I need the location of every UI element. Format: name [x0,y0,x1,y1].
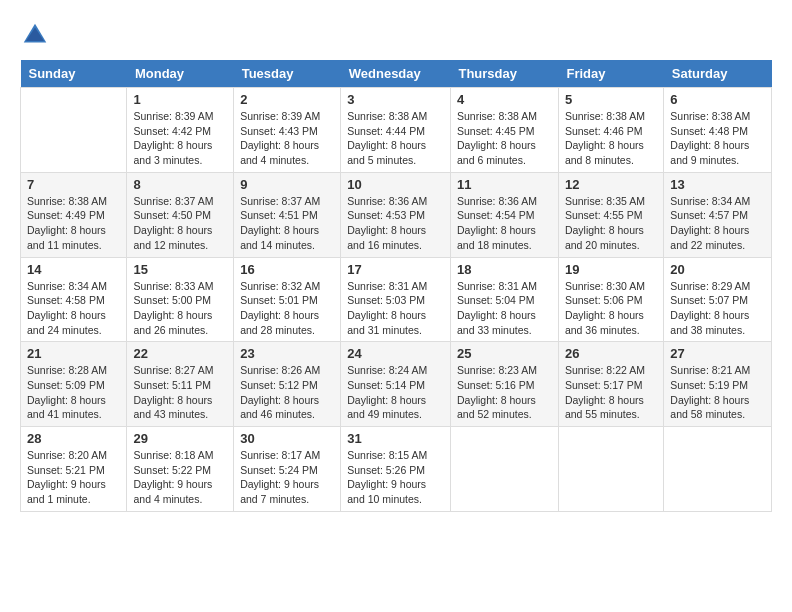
day-number: 7 [27,177,120,192]
day-number: 27 [670,346,765,361]
day-number: 15 [133,262,227,277]
calendar-cell: 16Sunrise: 8:32 AM Sunset: 5:01 PM Dayli… [234,257,341,342]
calendar-header-saturday: Saturday [664,60,772,88]
calendar-cell: 4Sunrise: 8:38 AM Sunset: 4:45 PM Daylig… [450,88,558,173]
day-info: Sunrise: 8:15 AM Sunset: 5:26 PM Dayligh… [347,448,444,507]
day-info: Sunrise: 8:33 AM Sunset: 5:00 PM Dayligh… [133,279,227,338]
calendar-week-row: 7Sunrise: 8:38 AM Sunset: 4:49 PM Daylig… [21,172,772,257]
day-number: 5 [565,92,657,107]
day-number: 6 [670,92,765,107]
day-number: 16 [240,262,334,277]
calendar-cell [450,427,558,512]
day-info: Sunrise: 8:38 AM Sunset: 4:48 PM Dayligh… [670,109,765,168]
calendar-cell: 28Sunrise: 8:20 AM Sunset: 5:21 PM Dayli… [21,427,127,512]
day-info: Sunrise: 8:18 AM Sunset: 5:22 PM Dayligh… [133,448,227,507]
calendar-cell: 20Sunrise: 8:29 AM Sunset: 5:07 PM Dayli… [664,257,772,342]
day-number: 8 [133,177,227,192]
day-number: 22 [133,346,227,361]
calendar-cell: 31Sunrise: 8:15 AM Sunset: 5:26 PM Dayli… [341,427,451,512]
day-number: 31 [347,431,444,446]
calendar-table: SundayMondayTuesdayWednesdayThursdayFrid… [20,60,772,512]
calendar-cell: 30Sunrise: 8:17 AM Sunset: 5:24 PM Dayli… [234,427,341,512]
calendar-cell [21,88,127,173]
calendar-cell: 14Sunrise: 8:34 AM Sunset: 4:58 PM Dayli… [21,257,127,342]
day-number: 30 [240,431,334,446]
calendar-header-friday: Friday [558,60,663,88]
day-number: 14 [27,262,120,277]
day-number: 20 [670,262,765,277]
calendar-cell: 19Sunrise: 8:30 AM Sunset: 5:06 PM Dayli… [558,257,663,342]
calendar-header-row: SundayMondayTuesdayWednesdayThursdayFrid… [21,60,772,88]
day-number: 19 [565,262,657,277]
calendar-cell: 5Sunrise: 8:38 AM Sunset: 4:46 PM Daylig… [558,88,663,173]
calendar-header-monday: Monday [127,60,234,88]
day-info: Sunrise: 8:29 AM Sunset: 5:07 PM Dayligh… [670,279,765,338]
day-info: Sunrise: 8:20 AM Sunset: 5:21 PM Dayligh… [27,448,120,507]
day-info: Sunrise: 8:38 AM Sunset: 4:49 PM Dayligh… [27,194,120,253]
calendar-cell: 21Sunrise: 8:28 AM Sunset: 5:09 PM Dayli… [21,342,127,427]
calendar-header-sunday: Sunday [21,60,127,88]
day-number: 3 [347,92,444,107]
day-info: Sunrise: 8:26 AM Sunset: 5:12 PM Dayligh… [240,363,334,422]
day-number: 2 [240,92,334,107]
calendar-cell: 15Sunrise: 8:33 AM Sunset: 5:00 PM Dayli… [127,257,234,342]
day-number: 9 [240,177,334,192]
day-number: 12 [565,177,657,192]
day-info: Sunrise: 8:30 AM Sunset: 5:06 PM Dayligh… [565,279,657,338]
day-number: 28 [27,431,120,446]
calendar-header-tuesday: Tuesday [234,60,341,88]
calendar-cell [664,427,772,512]
calendar-cell: 18Sunrise: 8:31 AM Sunset: 5:04 PM Dayli… [450,257,558,342]
calendar-cell: 24Sunrise: 8:24 AM Sunset: 5:14 PM Dayli… [341,342,451,427]
day-info: Sunrise: 8:37 AM Sunset: 4:50 PM Dayligh… [133,194,227,253]
day-info: Sunrise: 8:32 AM Sunset: 5:01 PM Dayligh… [240,279,334,338]
day-number: 1 [133,92,227,107]
calendar-cell: 2Sunrise: 8:39 AM Sunset: 4:43 PM Daylig… [234,88,341,173]
calendar-cell: 10Sunrise: 8:36 AM Sunset: 4:53 PM Dayli… [341,172,451,257]
day-number: 13 [670,177,765,192]
calendar-cell: 27Sunrise: 8:21 AM Sunset: 5:19 PM Dayli… [664,342,772,427]
day-info: Sunrise: 8:27 AM Sunset: 5:11 PM Dayligh… [133,363,227,422]
day-number: 10 [347,177,444,192]
day-info: Sunrise: 8:37 AM Sunset: 4:51 PM Dayligh… [240,194,334,253]
calendar-week-row: 1Sunrise: 8:39 AM Sunset: 4:42 PM Daylig… [21,88,772,173]
calendar-cell: 17Sunrise: 8:31 AM Sunset: 5:03 PM Dayli… [341,257,451,342]
day-info: Sunrise: 8:38 AM Sunset: 4:46 PM Dayligh… [565,109,657,168]
day-info: Sunrise: 8:21 AM Sunset: 5:19 PM Dayligh… [670,363,765,422]
calendar-cell: 13Sunrise: 8:34 AM Sunset: 4:57 PM Dayli… [664,172,772,257]
day-info: Sunrise: 8:39 AM Sunset: 4:42 PM Dayligh… [133,109,227,168]
calendar-cell: 23Sunrise: 8:26 AM Sunset: 5:12 PM Dayli… [234,342,341,427]
calendar-cell: 1Sunrise: 8:39 AM Sunset: 4:42 PM Daylig… [127,88,234,173]
calendar-cell: 26Sunrise: 8:22 AM Sunset: 5:17 PM Dayli… [558,342,663,427]
day-number: 25 [457,346,552,361]
calendar-cell: 6Sunrise: 8:38 AM Sunset: 4:48 PM Daylig… [664,88,772,173]
calendar-header-wednesday: Wednesday [341,60,451,88]
calendar-cell: 8Sunrise: 8:37 AM Sunset: 4:50 PM Daylig… [127,172,234,257]
calendar-cell [558,427,663,512]
calendar-cell: 25Sunrise: 8:23 AM Sunset: 5:16 PM Dayli… [450,342,558,427]
day-info: Sunrise: 8:35 AM Sunset: 4:55 PM Dayligh… [565,194,657,253]
calendar-cell: 3Sunrise: 8:38 AM Sunset: 4:44 PM Daylig… [341,88,451,173]
day-info: Sunrise: 8:22 AM Sunset: 5:17 PM Dayligh… [565,363,657,422]
day-info: Sunrise: 8:38 AM Sunset: 4:45 PM Dayligh… [457,109,552,168]
calendar-cell: 29Sunrise: 8:18 AM Sunset: 5:22 PM Dayli… [127,427,234,512]
day-info: Sunrise: 8:36 AM Sunset: 4:53 PM Dayligh… [347,194,444,253]
day-info: Sunrise: 8:23 AM Sunset: 5:16 PM Dayligh… [457,363,552,422]
day-number: 18 [457,262,552,277]
day-info: Sunrise: 8:34 AM Sunset: 4:58 PM Dayligh… [27,279,120,338]
calendar-cell: 11Sunrise: 8:36 AM Sunset: 4:54 PM Dayli… [450,172,558,257]
logo [20,20,54,50]
calendar-cell: 12Sunrise: 8:35 AM Sunset: 4:55 PM Dayli… [558,172,663,257]
calendar-header-thursday: Thursday [450,60,558,88]
day-number: 24 [347,346,444,361]
day-number: 17 [347,262,444,277]
day-number: 11 [457,177,552,192]
day-info: Sunrise: 8:38 AM Sunset: 4:44 PM Dayligh… [347,109,444,168]
day-info: Sunrise: 8:28 AM Sunset: 5:09 PM Dayligh… [27,363,120,422]
calendar-week-row: 28Sunrise: 8:20 AM Sunset: 5:21 PM Dayli… [21,427,772,512]
calendar-cell: 7Sunrise: 8:38 AM Sunset: 4:49 PM Daylig… [21,172,127,257]
day-number: 23 [240,346,334,361]
logo-icon [20,20,50,50]
day-info: Sunrise: 8:31 AM Sunset: 5:04 PM Dayligh… [457,279,552,338]
day-number: 21 [27,346,120,361]
